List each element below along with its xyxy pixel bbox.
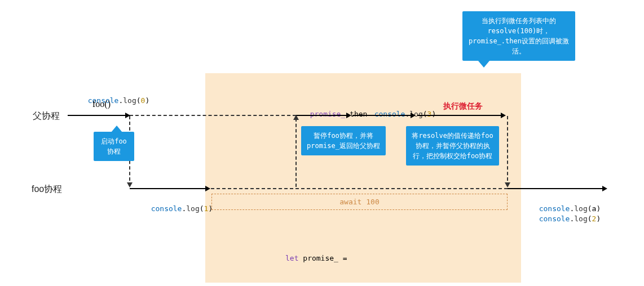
microtask-note-callout: 当执行到微任务列表中的resolve(100)时，promise_.then设置…: [462, 11, 575, 61]
code-snippet: let promise_ = new Promise((resolve, rej…: [285, 231, 435, 286]
console-log-0: console.log(0): [79, 88, 149, 105]
parent-line-2b: [352, 115, 414, 116]
pass-resolve-callout: 将resolve的值传递给foo协程，并暂停父协程的执行，把控制权交给foo协程: [406, 126, 499, 166]
await-text: await 100: [339, 198, 379, 206]
await-box: await 100: [211, 194, 508, 210]
foo-line-dashed: [211, 188, 508, 189]
foo-call: foo(): [92, 99, 111, 109]
microtask-note-text: 当执行到微任务列表中的resolve(100)时，promise_.then设置…: [469, 17, 569, 55]
foo-arrow-1: [205, 186, 210, 191]
parent-line-2c: [417, 115, 505, 116]
arrow-4: [501, 113, 506, 118]
parent-line-dashed: [130, 115, 296, 116]
v-conn-2: [295, 118, 297, 187]
start-foo-text: 启动foo 协程: [101, 137, 127, 155]
pause-foo-callout: 暂停foo协程，并将promise_返回给父协程: [301, 126, 386, 155]
pause-foo-text: 暂停foo协程，并将promise_返回给父协程: [307, 132, 380, 150]
console-log-1: console.log(1): [142, 196, 213, 213]
foo-line-1: [130, 188, 209, 189]
arrow-2: [346, 113, 351, 118]
v-arrow-1: [127, 182, 133, 187]
arrow-3: [411, 113, 416, 118]
foo-line-2: [508, 188, 606, 189]
foo-coroutine-label: foo协程: [32, 184, 62, 195]
pass-resolve-text: 将resolve的值传递给foo协程，并暂停父协程的执行，把控制权交给foo协程: [412, 132, 493, 160]
console-log-2: console.log(2): [530, 206, 601, 223]
v-conn-3: [507, 116, 508, 186]
microtask-note-tail: [478, 61, 489, 68]
parent-coroutine-label: 父协程: [33, 110, 60, 122]
parent-line-2a: [296, 115, 350, 116]
foo-arrow-2: [602, 186, 607, 191]
parent-line-1: [68, 115, 130, 116]
v-arrow-2: [293, 115, 299, 120]
start-foo-callout: 启动foo 协程: [94, 132, 134, 161]
exec-microtask-label: 执行微任务: [443, 101, 483, 111]
start-foo-tail: [111, 126, 122, 132]
v-arrow-3: [505, 182, 510, 187]
